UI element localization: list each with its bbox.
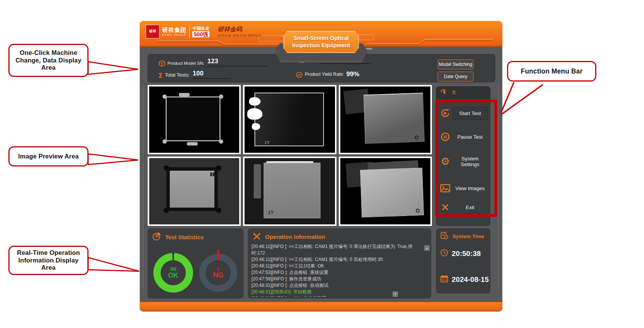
scroll-down-button[interactable]: ▼: [393, 291, 398, 297]
ok-count: 99: [170, 266, 176, 272]
brand-name: 研祥集团: [162, 27, 187, 33]
system-time-value: 20:50:38: [452, 250, 481, 258]
glass-panel-art: [360, 168, 424, 218]
operation-log-list[interactable]: [20:46:11][INFO ]: >>工位相机: CAM1 图片编号: 0 …: [251, 243, 422, 297]
schedule-icon: [440, 232, 449, 241]
scroll-up-button[interactable]: ▲: [424, 245, 430, 251]
total-tests-value: 100: [192, 70, 231, 79]
fixture-knob: [216, 208, 221, 213]
preview-image-cam1[interactable]: [148, 85, 241, 154]
panel-mark: 1Y: [264, 140, 269, 145]
callout-image-preview: Image Preview Area: [8, 146, 89, 166]
fixture-tab: [179, 93, 190, 96]
product-model-label: Product Model SN:: [167, 61, 204, 67]
callout-line: Real-Time Operation: [17, 249, 80, 256]
defect-circle: [416, 209, 420, 213]
glare-streak: [266, 161, 313, 163]
ng-tick-mark: [217, 250, 219, 260]
function-menu-header-label: C: [452, 90, 456, 95]
fixture-dot: [219, 94, 223, 99]
ng-count: 1: [217, 267, 219, 272]
function-menu-highlight-rect: [435, 100, 497, 217]
brand-script-text: 研祥金码: [217, 26, 261, 33]
brand-logo-cluster: 研祥 研祥集团 EVOC GROUP 中国企业 500强 研祥金码 读码专家·瑕…: [146, 25, 262, 38]
preview-image-cam3[interactable]: [339, 85, 432, 154]
calendar-icon: [440, 275, 448, 285]
preview-image-cam4[interactable]: ▮▮: [148, 157, 241, 226]
test-statistics-title: Test Statistics: [165, 234, 204, 240]
rank-500-badge: 500强: [192, 31, 209, 37]
test-statistics-panel: Test Statistics 99 OK 1 NG: [147, 228, 244, 299]
image-preview-grid: 1Y ▮▮ 1Y: [148, 85, 432, 226]
log-entry: [20:48:31][INFO ]: 点击按钮 :自动测试: [251, 282, 422, 289]
function-menu-header: C: [436, 86, 491, 99]
log-entry: [20:47:58][INFO ]: 操作员登录成功: [251, 276, 422, 282]
fixture-knob: [216, 165, 221, 171]
ng-donut-gauge: 1 NG: [199, 254, 237, 292]
product-model-value: 123: [207, 58, 267, 67]
panel-mark: 1Y: [268, 210, 274, 215]
callout-line: Image Preview Area: [18, 153, 79, 160]
log-entry: [20:46:11][INFO ]: >>工位相机: CAM1 图片编号: 0 …: [251, 243, 422, 256]
fixture-dot: [219, 139, 223, 144]
brand-tagline: 读码专家·瑕检专家·研祥金码: [217, 34, 261, 37]
preview-image-cam6[interactable]: [339, 157, 432, 226]
glare-blob: [249, 97, 261, 106]
callout-pointer: [88, 254, 140, 274]
glare-blob: [252, 123, 260, 130]
page: 研祥 研祥集团 EVOC GROUP 中国企业 500强 研祥金码 读码专家·瑕…: [0, 0, 644, 328]
total-tests-label: Total Tests:: [165, 72, 190, 79]
callout-leader-lines: [497, 81, 545, 117]
product-model-icon: [159, 60, 165, 67]
callout-line: Function Menu Bar: [521, 67, 583, 75]
fixture-knob: [164, 165, 169, 171]
operation-information-panel: Operation Information [20:46:11][INFO ]:…: [247, 228, 432, 299]
crossed-tools-icon: [252, 232, 261, 242]
system-time-title: System Time: [452, 234, 484, 239]
callout-line: Area: [41, 264, 56, 271]
logo-divider: [189, 25, 190, 38]
fixture-tab: [187, 142, 198, 146]
ng-label: NG: [213, 272, 224, 279]
callout-pointer: [88, 152, 140, 167]
yield-value: 99%: [346, 70, 359, 78]
tap-hand-icon: [440, 88, 449, 98]
app-title-line1: Small-Screen Optical: [293, 35, 349, 42]
system-date-value: 2024-08-15: [452, 275, 489, 284]
left-frame-decoration: [143, 85, 144, 289]
log-entry: [20:46:11][INFO ]: >>工位1结果: OK: [251, 263, 422, 269]
yield-label: Product Yield Rate:: [305, 72, 344, 78]
panel-mark: ▮▮: [210, 171, 215, 177]
model-switching-button[interactable]: Model Switching: [438, 59, 473, 69]
total-tests-icon: Σ: [159, 72, 163, 79]
date-query-button[interactable]: Date Query: [438, 72, 473, 82]
callout-line: Change, Data Display: [16, 57, 82, 64]
callout-realtime-info: Real-Time Operation Information Display …: [8, 246, 89, 275]
sn-value: [320, 62, 371, 64]
operation-information-title: Operation Information: [265, 234, 325, 240]
callout-machine-change: One-Click Machine Change, Data Display A…: [8, 44, 89, 77]
watermark-circle: [174, 181, 186, 193]
app-title-line2: Inspection Equipment: [292, 42, 350, 49]
rank-text: 中国企业: [193, 26, 209, 30]
callout-line: Information Display: [18, 257, 79, 264]
callout-pointer: [88, 57, 140, 77]
brand-subtitle: EVOC GROUP: [162, 34, 187, 37]
fixture-knob: [164, 208, 169, 213]
yield-icon: [296, 72, 303, 78]
pie-chart-icon: [152, 232, 161, 242]
evoc-logo-icon: 研祥: [146, 25, 159, 38]
callout-line: Area: [41, 64, 56, 71]
system-time-panel: System Time 20:50:38 2024-08-15: [435, 228, 491, 294]
ok-label: OK: [168, 272, 179, 279]
clock-icon: [440, 249, 448, 259]
fixture-arm-art: [254, 164, 261, 198]
ok-donut-gauge: 99 OK: [153, 253, 193, 293]
callout-line: One-Click Machine: [19, 49, 77, 56]
preview-image-cam2[interactable]: 1Y: [243, 85, 336, 154]
app-title: Small-Screen Optical Inspection Equipmen…: [283, 31, 359, 53]
glass-panel-art: [254, 93, 324, 146]
preview-image-cam5[interactable]: 1Y: [243, 157, 336, 226]
log-entry: [20:47:53][INFO ]: 点击按钮 :系统设置: [251, 269, 422, 276]
fixture-dot: [163, 139, 167, 144]
